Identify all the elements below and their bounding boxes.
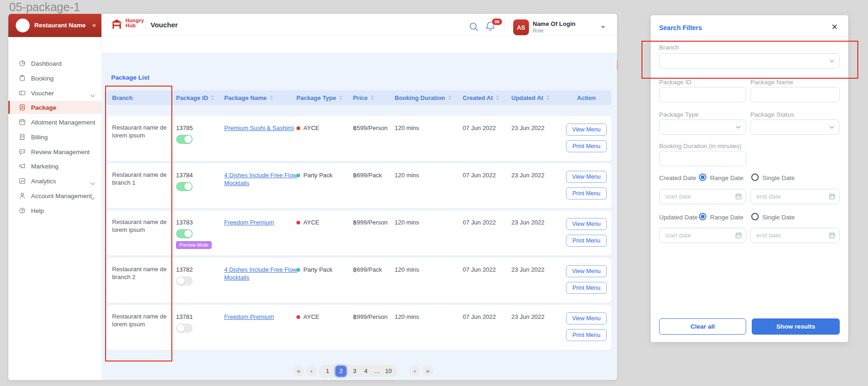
booking-duration-cell: 120 mins [395,125,419,131]
table-row: Restaurant name de lorem ipsum 13785 Pre… [107,116,611,161]
created-single-date-radio[interactable] [751,174,759,181]
header-divider [504,19,504,31]
updated-single-date-radio-label[interactable]: Single Date [762,214,795,221]
column-header-package-id[interactable]: Package ID [176,90,214,105]
column-header-updated-at[interactable]: Updated At [511,90,550,105]
column-header-created-at[interactable]: Created At [463,90,499,105]
price-cell: ฿599/Person [353,125,388,131]
pagination-page-4[interactable]: 4 [363,367,369,374]
created-at-cell: 07 Jun 2022 [463,125,496,131]
pagination-last-button[interactable]: » [422,366,433,376]
sidebar-collapse-icon[interactable]: « [92,21,96,29]
sidebar-item-package[interactable]: Package [8,101,101,114]
updated-range-date-radio-label[interactable]: Range Date [710,214,743,221]
sidebar-item-voucher[interactable]: Voucher [8,87,101,100]
person-icon [19,192,26,199]
print-menu-button[interactable]: Print Menu [566,187,607,199]
sidebar-item-review-management[interactable]: Review Management [8,145,101,158]
created-date-label: Created Date [659,174,696,181]
created-single-date-radio-label[interactable]: Single Date [762,174,795,181]
column-label: Price [353,94,368,101]
package-type-label: Party Pack [303,172,333,179]
package-status-toggle[interactable] [176,324,193,333]
updated-end-date-field [750,228,840,243]
updated-at-cell: 23 Jun 2022 [511,125,545,131]
sort-icon [448,95,452,100]
branch-select[interactable] [659,53,840,68]
package-status-select[interactable] [750,119,840,135]
updated-start-date-input[interactable] [659,228,746,243]
booking-duration-input[interactable] [659,151,746,166]
main-header: Hungry Hub Voucher 99 AS Name Of Login R… [101,14,617,36]
package-type-dot [296,221,300,224]
package-name-link[interactable]: 4 Dishes Include Free Flow Mocktails [224,171,299,187]
created-end-date-field [750,189,840,204]
pagination-page-1[interactable]: 1 [324,367,331,374]
package-name-link[interactable]: 4 Dishes Include Free Flow Mocktails [224,266,299,281]
sidebar-item-help[interactable]: Help [8,204,101,217]
close-icon[interactable]: ✕ [829,22,841,32]
package-status-toggle[interactable] [176,182,193,191]
print-menu-button[interactable]: Print Menu [566,235,607,247]
package-name-input[interactable] [750,87,840,102]
booking-duration-cell: 120 mins [395,172,419,179]
sidebar-item-marketing[interactable]: Marketing [8,160,101,173]
sidebar-item-booking[interactable]: Booking [8,72,101,85]
print-menu-button[interactable]: Print Menu [566,329,607,341]
package-id-input[interactable] [659,87,746,102]
created-start-date-field [659,189,746,204]
panel-title: Search Filters [659,24,702,31]
updated-end-date-input[interactable] [750,228,840,243]
package-type-select[interactable] [659,119,746,135]
print-menu-button[interactable]: Print Menu [566,282,607,294]
package-status-toggle[interactable] [176,135,193,144]
package-type-dot [296,174,300,177]
toggle-knob [184,183,192,190]
package-status-toggle[interactable] [176,276,193,286]
user-menu-caret-icon[interactable] [601,26,605,29]
calendar-icon [735,193,742,200]
view-menu-button[interactable]: View Menu [566,218,607,230]
view-menu-button[interactable]: View Menu [566,124,607,136]
sidebar-item-analytics[interactable]: Analytics [8,174,101,187]
updated-range-date-radio[interactable] [699,213,706,220]
pagination-page-10[interactable]: 10 [385,367,391,374]
chevron-down-icon [736,126,741,129]
pagination-first-button[interactable]: « [293,366,304,376]
package-name-field-label: Package Name [750,79,793,86]
package-name-link[interactable]: Freedom Premium [224,218,299,226]
print-menu-button[interactable]: Print Menu [566,140,607,152]
column-header-booking-duration[interactable]: Booking Duration [395,90,452,105]
column-header-package-name[interactable]: Package Name [224,90,273,105]
table-row: Restaurant name de branch 1 13784 4 Dish… [107,163,611,208]
column-header-price[interactable]: Price [353,90,374,105]
column-label: Action [577,94,596,101]
created-range-date-radio-label[interactable]: Range Date [710,174,743,181]
package-name-link[interactable]: Freedom Premium [224,313,299,321]
created-start-date-input[interactable] [659,189,746,204]
created-range-date-radio[interactable] [699,174,706,181]
view-menu-button[interactable]: View Menu [566,171,607,183]
updated-single-date-radio[interactable] [751,213,759,220]
pagination-prev-button[interactable]: ‹ [306,366,317,376]
package-status-toggle[interactable] [176,229,193,238]
search-icon[interactable] [469,22,479,34]
pagination-page-3[interactable]: 3 [352,367,358,374]
sidebar-item-allotment-management[interactable]: Allotment Management [8,116,101,129]
billing-icon [19,133,26,141]
sidebar-item-dashboard[interactable]: Dashboard [8,57,101,70]
pagination-ellipsis[interactable]: ... [374,367,380,374]
show-results-button[interactable]: Show results [752,318,840,335]
clear-all-button[interactable]: Clear all [659,318,746,335]
package-type-dot [296,268,300,272]
sidebar-item-account-management[interactable]: Account Management [8,189,101,202]
package-name-link[interactable]: Premium Sushi & Sashimi [224,124,299,132]
view-menu-button[interactable]: View Menu [566,312,607,324]
user-avatar[interactable]: AS [513,19,529,35]
sidebar-item-billing[interactable]: Billing [8,131,101,143]
pagination-next-button[interactable]: › [409,366,420,376]
view-menu-button[interactable]: View Menu [566,265,607,277]
column-header-package-type[interactable]: Package Type [296,90,343,105]
created-end-date-input[interactable] [750,189,840,204]
pagination-page-2-active[interactable]: 2 [335,366,346,377]
